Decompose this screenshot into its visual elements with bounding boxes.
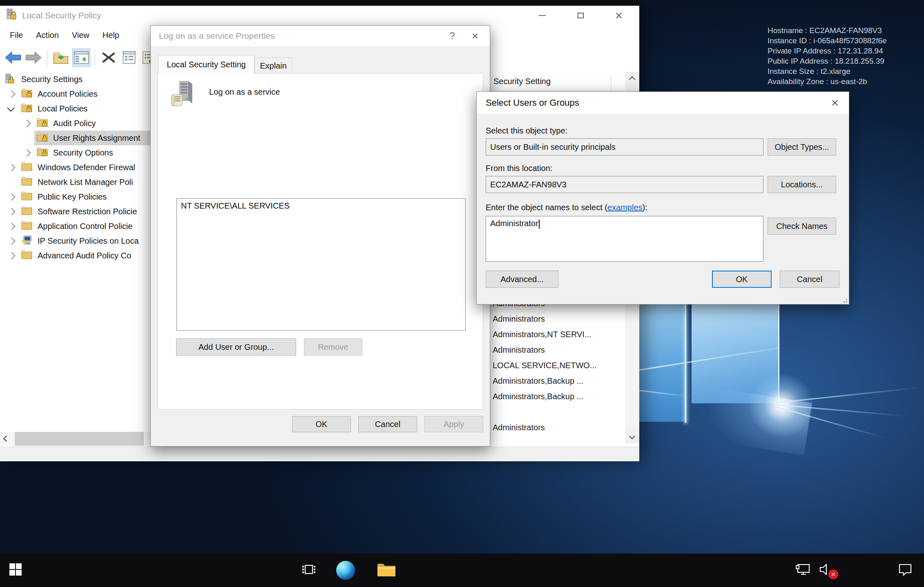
scrollbar-up-button[interactable]: [625, 72, 639, 87]
list-item[interactable]: Administrators,NT SERVI...: [493, 330, 591, 339]
close-icon: [615, 12, 623, 19]
tree-horizontal-scrollbar[interactable]: [0, 432, 150, 446]
tree-item-windows-defender-firewall[interactable]: Windows Defender Firewal: [0, 160, 150, 175]
close-button[interactable]: [610, 7, 628, 24]
cancel-button[interactable]: Cancel: [780, 271, 839, 288]
folder-lock-icon: [37, 147, 48, 160]
network-tray-button[interactable]: [792, 554, 815, 587]
file-explorer-button[interactable]: [366, 554, 407, 587]
info-private-ip: Private IP Address : 172.31.28.94: [768, 46, 915, 56]
list-item[interactable]: Administrators,Backup ...: [493, 392, 583, 401]
delete-button[interactable]: [100, 49, 118, 67]
up-one-level-button[interactable]: [52, 49, 70, 67]
list-item[interactable]: Administrators: [493, 345, 545, 355]
info-hostname: Hostname : EC2AMAZ-FAN98V3: [768, 25, 915, 36]
chevron-right-icon[interactable]: [8, 252, 15, 259]
remove-button[interactable]: Remove: [304, 338, 362, 356]
scrollbar-thumb[interactable]: [15, 432, 144, 446]
select-users-or-groups-dialog: Select Users or Groups Select this objec…: [476, 91, 849, 305]
info-instance-size: Instance Size : t2.xlarge: [768, 66, 915, 76]
list-item[interactable]: Administrators: [493, 314, 545, 324]
edge-browser-button[interactable]: [325, 554, 366, 587]
maximize-button[interactable]: [571, 7, 589, 24]
window-top-border: [0, 0, 639, 6]
tree-item-label: Network List Manager Poli: [38, 178, 133, 187]
menu-help[interactable]: Help: [96, 25, 126, 45]
scrollbar-down-button[interactable]: [625, 429, 639, 443]
chevron-right-icon[interactable]: [23, 120, 31, 127]
minimize-button[interactable]: [533, 7, 551, 24]
menu-view[interactable]: View: [65, 25, 96, 45]
tree-item-network-list-manager[interactable]: Network List Manager Poli: [0, 175, 150, 189]
tree-item-user-rights-assignment[interactable]: User Rights Assignment: [0, 131, 150, 145]
menu-action[interactable]: Action: [29, 25, 65, 45]
tree-item-software-restriction[interactable]: Software Restriction Policie: [0, 204, 150, 219]
action-center-button[interactable]: [893, 554, 917, 587]
cancel-button[interactable]: Cancel: [358, 416, 417, 432]
tree-item-application-control[interactable]: Application Control Policie: [0, 219, 150, 233]
list-item[interactable]: Administrators,Backup ...: [493, 376, 583, 386]
show-console-tree-button[interactable]: [72, 49, 90, 67]
server-lock-icon: [4, 73, 15, 87]
forward-button[interactable]: [25, 49, 42, 67]
back-button[interactable]: [4, 49, 22, 67]
chevron-right-icon[interactable]: [8, 193, 15, 200]
mute-badge: #taskbar .xmark::before,#taskbar .xmark:…: [828, 569, 838, 579]
object-types-button[interactable]: Object Types...: [768, 138, 836, 156]
window-title-bar: Local Security Policy: [0, 6, 639, 25]
object-names-textarea[interactable]: Administrator: [486, 216, 763, 262]
tree-item-advanced-audit-policy[interactable]: Advanced Audit Policy Co: [0, 248, 150, 263]
folder-lock-icon: [37, 132, 48, 145]
close-button[interactable]: [824, 95, 846, 111]
column-divider[interactable]: [611, 75, 611, 91]
tree-item-ip-security-policies[interactable]: IP Security Policies on Loca: [0, 233, 150, 248]
locations-button[interactable]: Locations...: [768, 176, 836, 193]
chevron-right-icon[interactable]: [8, 90, 15, 98]
tree-item-security-options[interactable]: Security Options: [0, 145, 150, 160]
properties-button[interactable]: [120, 49, 138, 67]
tree-item-local-policies[interactable]: Local Policies: [0, 101, 150, 116]
list-item[interactable]: Administrators: [493, 423, 545, 432]
chevron-right-icon[interactable]: [23, 149, 31, 156]
status-bar: [0, 447, 639, 461]
tree-item-label: Security Settings: [21, 75, 83, 84]
tab-local-security-setting[interactable]: Local Security Setting: [158, 55, 254, 74]
toolbar-separator: [47, 49, 47, 66]
members-listbox[interactable]: NT SERVICE\ALL SERVICES: [176, 198, 466, 331]
apply-button[interactable]: Apply: [424, 416, 483, 432]
volume-tray-button[interactable]: #taskbar .xmark::before,#taskbar .xmark:…: [815, 554, 837, 587]
ok-button[interactable]: OK: [292, 416, 351, 432]
add-user-or-group-button[interactable]: Add User or Group...: [176, 338, 296, 356]
list-item[interactable]: LOCAL SERVICE,NETWO...: [493, 361, 597, 370]
advanced-button[interactable]: Advanced...: [486, 271, 558, 288]
check-names-button[interactable]: Check Names: [768, 218, 836, 235]
task-view-button[interactable]: [292, 554, 325, 587]
menu-file[interactable]: File: [3, 25, 29, 45]
chevron-right-icon[interactable]: [8, 208, 15, 215]
object-type-value: Users or Built-in security principals: [490, 142, 616, 152]
location-field[interactable]: EC2AMAZ-FAN98V3: [486, 176, 763, 193]
chevron-down-icon[interactable]: [7, 104, 14, 111]
column-header-security-setting[interactable]: Security Setting: [493, 77, 551, 86]
folder-icon: [21, 220, 33, 233]
help-button[interactable]: ?: [441, 28, 464, 44]
tab-page: Log on as a service NT SERVICE\ALL SERVI…: [157, 73, 483, 409]
ok-button[interactable]: OK: [712, 271, 772, 288]
chevron-right-icon[interactable]: [8, 237, 15, 245]
tree-item-audit-policy[interactable]: Audit Policy: [0, 116, 150, 131]
object-type-field[interactable]: Users or Built-in security principals: [486, 138, 763, 156]
examples-link[interactable]: examples: [607, 203, 643, 212]
tree-item-security-settings[interactable]: Security Settings: [0, 72, 150, 87]
object-type-label: Select this object type:: [486, 126, 567, 136]
tree-item-account-policies[interactable]: Account Policies: [0, 87, 150, 101]
close-button[interactable]: [464, 28, 487, 44]
chevron-right-icon[interactable]: [8, 222, 15, 230]
folder-lock-icon: [21, 103, 33, 116]
tree-item-public-key-policies[interactable]: Public Key Policies: [0, 189, 150, 204]
tab-explain[interactable]: Explain: [254, 58, 292, 74]
resize-grip[interactable]: [841, 297, 847, 302]
start-button[interactable]: [0, 554, 31, 587]
scroll-left-icon[interactable]: [3, 436, 10, 442]
member-entry[interactable]: NT SERVICE\ALL SERVICES: [181, 201, 290, 210]
chevron-right-icon[interactable]: [8, 164, 15, 171]
